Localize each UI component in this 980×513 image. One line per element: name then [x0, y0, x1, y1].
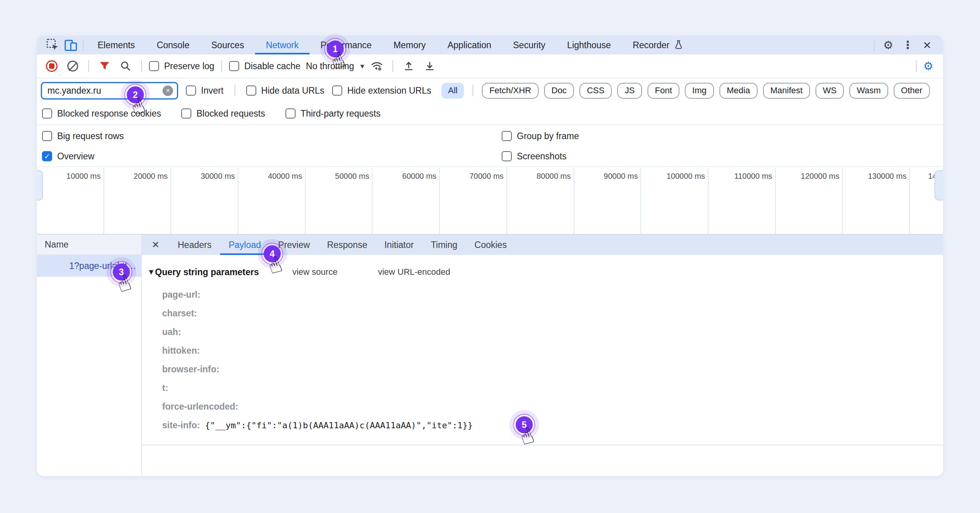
export-har-button[interactable] — [421, 58, 438, 75]
search-icon — [120, 60, 131, 72]
big-request-rows-control[interactable]: Big request rows — [42, 131, 124, 141]
disable-cache-checkbox[interactable] — [229, 61, 239, 71]
chip-wasm[interactable]: Wasm — [849, 83, 888, 99]
clear-network-log-button[interactable] — [64, 58, 81, 75]
view-source-link[interactable]: view source — [292, 267, 338, 277]
big-request-rows-checkbox[interactable] — [42, 131, 52, 141]
chip-ws[interactable]: WS — [816, 83, 844, 99]
overview-checkbox[interactable]: ✓ — [42, 151, 52, 161]
disable-cache-label: Disable cache — [244, 61, 300, 72]
payload-content: ▼ Query string parameters view source vi… — [142, 255, 943, 476]
tab-recorder-label: Recorder — [633, 40, 670, 51]
timeline-tick: 90000 ms — [574, 168, 642, 234]
network-overview-timeline[interactable]: 10000 ms 20000 ms 30000 ms 40000 ms 5000… — [37, 168, 943, 235]
details-tab-response[interactable]: Response — [318, 235, 376, 255]
tab-elements[interactable]: Elements — [87, 36, 146, 54]
download-icon — [424, 60, 436, 72]
group-by-frame-control[interactable]: Group by frame — [502, 131, 579, 141]
inspect-cursor-icon — [46, 38, 60, 52]
tab-security[interactable]: Security — [502, 36, 556, 54]
chip-js[interactable]: JS — [617, 83, 642, 99]
hide-extension-urls-checkbox[interactable] — [332, 86, 342, 96]
device-toolbar-button[interactable] — [62, 37, 80, 53]
details-separator — [142, 445, 943, 445]
overview-left-handle[interactable] — [37, 170, 43, 201]
options-row-2: ✓ Overview Screenshots — [37, 146, 943, 167]
timeline-tick: 110000 ms — [709, 168, 776, 234]
hide-extension-urls-control[interactable]: Hide extension URLs — [332, 86, 431, 96]
blocked-requests-checkbox[interactable] — [181, 108, 191, 119]
timeline-tick: 40000 ms — [238, 168, 306, 234]
chip-doc[interactable]: Doc — [544, 83, 574, 99]
settings-gear-icon[interactable]: ⚙ — [879, 37, 897, 53]
hide-data-urls-control[interactable]: Hide data URLs — [246, 86, 324, 96]
blocked-requests-control[interactable]: Blocked requests — [181, 108, 265, 119]
kebab-menu-icon[interactable]: ⋮ — [899, 37, 917, 53]
chip-css[interactable]: CSS — [579, 83, 612, 99]
tab-sources[interactable]: Sources — [200, 36, 255, 54]
overview-right-handle[interactable] — [934, 170, 943, 201]
preserve-log-checkbox[interactable] — [149, 61, 159, 71]
chip-media[interactable]: Media — [719, 83, 758, 99]
param-value: {"__ym":{"fi":"a(1)b(AAA11aAA)c(AAA11aAA… — [205, 421, 473, 430]
tab-memory[interactable]: Memory — [383, 36, 437, 54]
chip-all[interactable]: All — [441, 83, 464, 99]
param-key: hittoken: — [162, 345, 200, 356]
param-row: t: — [162, 379, 943, 397]
big-request-rows-label: Big request rows — [57, 131, 124, 141]
triangle-down-icon: ▼ — [149, 269, 154, 275]
tab-console[interactable]: Console — [146, 36, 200, 54]
disable-cache-control[interactable]: Disable cache — [229, 61, 300, 72]
inspect-element-button[interactable] — [44, 37, 62, 53]
chip-other[interactable]: Other — [894, 83, 930, 99]
upload-icon — [403, 60, 415, 72]
invert-control[interactable]: Invert — [186, 86, 224, 96]
divider — [916, 60, 917, 72]
options-row-1: Big request rows Group by frame — [37, 126, 943, 146]
chip-font[interactable]: Font — [648, 83, 679, 99]
param-row: site-info:{"__ym":{"fi":"a(1)b(AAA11aAA)… — [162, 416, 943, 434]
tab-application[interactable]: Application — [437, 36, 502, 54]
hide-data-urls-checkbox[interactable] — [246, 86, 256, 96]
invert-checkbox[interactable] — [186, 86, 196, 96]
details-tab-headers[interactable]: Headers — [169, 235, 220, 255]
third-party-requests-control[interactable]: Third-party requests — [285, 108, 381, 119]
details-tab-timing[interactable]: Timing — [422, 235, 466, 255]
filter-toggle-button[interactable] — [96, 58, 113, 75]
timeline-tick: 70000 ms — [440, 168, 507, 234]
record-network-log-button[interactable] — [43, 58, 60, 75]
chip-fetch-xhr[interactable]: Fetch/XHR — [482, 83, 539, 99]
search-button[interactable] — [117, 58, 134, 75]
network-settings-gear-icon[interactable]: ⚙ — [920, 58, 937, 75]
param-row: force-urlencoded: — [162, 397, 943, 416]
chip-manifest[interactable]: Manifest — [763, 83, 810, 99]
screenshots-control[interactable]: Screenshots — [502, 151, 567, 162]
chip-img[interactable]: Img — [685, 83, 714, 99]
divider — [874, 39, 875, 51]
devtools-panel: Elements Console Sources Network Perform… — [37, 36, 943, 476]
blocked-cookies-checkbox[interactable] — [42, 108, 52, 119]
tab-network[interactable]: Network — [255, 36, 310, 54]
details-tab-cookies[interactable]: Cookies — [466, 235, 515, 255]
clear-filter-icon[interactable]: ✕ — [163, 86, 173, 96]
screenshots-checkbox[interactable] — [502, 151, 512, 161]
tab-lighthouse[interactable]: Lighthouse — [556, 36, 622, 54]
tab-recorder[interactable]: Recorder — [622, 36, 695, 54]
param-row: uah: — [162, 323, 943, 341]
clear-icon — [67, 61, 78, 72]
overview-control[interactable]: ✓ Overview — [42, 151, 94, 162]
import-har-button[interactable] — [400, 58, 417, 75]
timeline-tick: 50000 ms — [306, 168, 373, 234]
name-column-header[interactable]: Name — [37, 235, 141, 255]
third-party-requests-checkbox[interactable] — [285, 108, 296, 119]
preserve-log-control[interactable]: Preserve log — [149, 61, 214, 72]
details-tab-initiator[interactable]: Initiator — [376, 235, 422, 255]
group-by-frame-checkbox[interactable] — [502, 131, 512, 141]
view-url-encoded-link[interactable]: view URL-encoded — [378, 267, 450, 277]
close-details-icon[interactable]: ✕ — [142, 235, 169, 255]
divider — [88, 60, 89, 72]
filter-input-box[interactable]: ✕ — [41, 82, 178, 99]
query-string-section-toggle[interactable]: ▼ Query string parameters — [149, 267, 259, 277]
network-conditions-button[interactable] — [368, 58, 385, 75]
close-devtools-icon[interactable]: ✕ — [918, 37, 936, 53]
